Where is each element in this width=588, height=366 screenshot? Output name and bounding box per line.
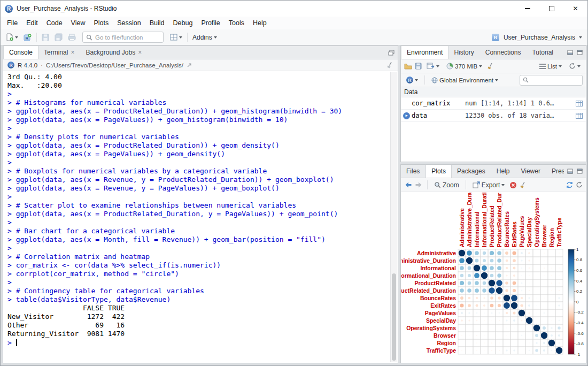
legend-tick-label: 0.6 (576, 268, 583, 273)
legend-tick-label: 0.4 (576, 279, 583, 284)
pane-restore-icon[interactable] (388, 50, 394, 56)
minimize-pane-icon[interactable] (567, 169, 573, 174)
new-file-button[interactable] (4, 32, 20, 43)
minimize-button[interactable] (515, 1, 539, 17)
zoom-button[interactable]: Zoom (432, 180, 461, 190)
print-button[interactable] (66, 32, 78, 43)
menu-code[interactable]: Code (42, 18, 67, 28)
menu-debug[interactable]: Debug (169, 18, 197, 28)
env-row-cor_matrix[interactable]: cor_matrixnum [1:14, 1:14] 1 0.6… (401, 97, 586, 110)
corrplot-row-label: PageValues (425, 310, 457, 316)
refresh-environment-button[interactable] (567, 61, 583, 71)
environment-scope-selector[interactable]: Global Environment (429, 75, 500, 85)
menu-session[interactable]: Session (113, 18, 145, 28)
tab-background-jobs[interactable]: Background Jobs× (80, 46, 148, 59)
corrplot-col-label: TrafficType (556, 218, 562, 247)
tab-connections[interactable]: Connections (480, 46, 527, 59)
new-project-button[interactable]: R (21, 32, 34, 43)
corrplot-col-label: Administrative_Duration (466, 193, 473, 247)
minimize-pane-icon[interactable] (567, 50, 573, 55)
maximize-button[interactable] (539, 1, 563, 17)
corrplot-row-label: Informational (420, 265, 456, 271)
tab-tutorial[interactable]: Tutorial (527, 46, 559, 59)
console-line: New_Visitor 1272 422 (7, 312, 390, 321)
project-selector[interactable]: R User_Purchase_Analysis (490, 32, 584, 43)
maximize-pane-icon[interactable] (577, 169, 583, 174)
window-controls: ✕ (515, 1, 587, 17)
chevron-down-icon (501, 184, 505, 186)
tab-help[interactable]: Help (491, 165, 516, 178)
tab-files[interactable]: Files (401, 165, 425, 178)
menu-profile[interactable]: Profile (197, 18, 224, 28)
console-output[interactable]: 3rd Qu.: 4.00Max. :20.00> > # Histograms… (4, 72, 390, 362)
list-view-button[interactable]: List (537, 62, 564, 71)
console-line: > corrplot(cor_matrix, method = "circle"… (7, 270, 390, 278)
save-workspace-icon[interactable] (415, 63, 422, 70)
clear-console-icon[interactable] (386, 62, 393, 68)
refresh-icon (569, 63, 576, 70)
publish-button[interactable] (566, 181, 573, 188)
tab-console[interactable]: Console (3, 46, 38, 59)
corrplot-row-label: ExitRates (430, 302, 456, 309)
console-line: > ggplot(data, aes(x = ProductRelated_Du… (7, 107, 390, 116)
menu-view[interactable]: View (67, 18, 90, 28)
view-table-icon[interactable] (576, 113, 583, 119)
tab-viewer[interactable]: Viewer (515, 165, 546, 178)
refresh-plot-button[interactable] (576, 181, 583, 188)
open-directory-icon[interactable] (187, 63, 192, 68)
working-directory[interactable]: C:/Users/Trevo/Desktop/User_Purchase_Ana… (46, 62, 183, 68)
console-line: > ggplot(data, aes(x = Month, fill = Rev… (7, 235, 390, 244)
memory-usage-button[interactable]: 370 MiB (444, 61, 484, 71)
expand-arrow-icon[interactable]: ▶ (403, 112, 412, 119)
clear-environment-icon[interactable] (487, 63, 494, 70)
search-icon (523, 77, 529, 83)
environment-search-box (520, 75, 583, 86)
menu-help[interactable]: Help (249, 18, 271, 28)
main-toolbar: R Addins R User_Purchase_Analysis (1, 29, 587, 45)
console-scrollbar[interactable] (390, 72, 397, 362)
r-version: R 4.4.0 (18, 62, 37, 68)
addins-button[interactable]: Addins (190, 32, 219, 43)
pane-layout-button[interactable] (168, 32, 184, 42)
tab-packages[interactable]: Packages (452, 165, 491, 178)
scrollbar-thumb[interactable] (392, 273, 396, 361)
next-plot-button[interactable] (415, 181, 423, 188)
rstudio-app-icon: R (5, 5, 13, 13)
chevron-down-icon (479, 65, 482, 67)
console-line: > cor_matrix <- cor(data %>% select_if(i… (7, 261, 390, 270)
save-button[interactable] (40, 32, 51, 43)
menu-plots[interactable]: Plots (89, 18, 113, 28)
language-selector[interactable]: R (404, 75, 420, 85)
menu-file[interactable]: File (3, 18, 22, 28)
close-button[interactable]: ✕ (563, 1, 587, 17)
export-icon (473, 181, 480, 188)
clear-all-plots-button[interactable] (520, 181, 527, 188)
previous-plot-button[interactable] (404, 181, 412, 188)
console-line: > (7, 218, 390, 227)
maximize-pane-icon[interactable] (577, 50, 583, 55)
env-row-data[interactable]: ▶data12330 obs. of 18 varia… (401, 110, 586, 122)
import-dataset-button[interactable] (424, 61, 442, 71)
save-all-button[interactable] (52, 32, 65, 43)
tab-prese[interactable]: Prese (546, 165, 564, 178)
close-icon[interactable]: × (138, 49, 142, 56)
tab-terminal[interactable]: Terminal× (38, 46, 80, 59)
environment-section-header: Data (401, 87, 586, 97)
tab-label: Background Jobs (86, 49, 135, 56)
chevron-down-icon (15, 36, 18, 39)
tab-plots[interactable]: Plots (425, 165, 452, 178)
load-workspace-icon[interactable] (404, 63, 412, 70)
menu-edit[interactable]: Edit (22, 18, 42, 28)
menu-build[interactable]: Build (145, 18, 169, 28)
export-button[interactable]: Export (470, 180, 507, 190)
menu-tools[interactable]: Tools (225, 18, 249, 28)
close-icon[interactable]: × (71, 49, 74, 56)
print-icon (68, 34, 76, 41)
corrplot-col-label: ExitRates (511, 222, 517, 247)
tab-history[interactable]: History (448, 46, 479, 59)
tab-environment[interactable]: Environment (401, 46, 448, 59)
remove-plot-button[interactable] (509, 181, 517, 189)
environment-search-input[interactable] (531, 77, 578, 83)
view-table-icon[interactable] (576, 101, 583, 106)
goto-file-input[interactable] (95, 34, 154, 41)
